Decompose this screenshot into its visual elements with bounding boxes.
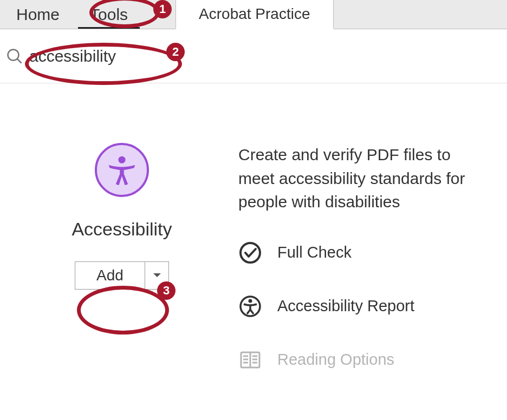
tool-description: Create and verify PDF files to meet acce… xyxy=(238,143,485,214)
svg-point-2 xyxy=(118,156,125,163)
add-dropdown[interactable] xyxy=(145,261,169,290)
svg-point-5 xyxy=(249,299,252,303)
tab-document-label: Acrobat Practice xyxy=(199,5,310,23)
main-content: Accessibility Add Create and verify PDF … xyxy=(0,83,507,402)
tab-bar: Home Tools Acrobat Practice xyxy=(0,0,507,29)
add-button[interactable]: Add xyxy=(75,261,145,290)
svg-line-1 xyxy=(17,59,22,63)
tab-tools-label: Tools xyxy=(90,5,128,24)
tab-document[interactable]: Acrobat Practice xyxy=(176,0,333,29)
svg-point-0 xyxy=(8,49,19,60)
add-button-label: Add xyxy=(96,267,123,284)
feature-full-check[interactable]: Full Check xyxy=(238,241,485,265)
tab-home-label: Home xyxy=(16,5,60,24)
person-circle-icon xyxy=(238,294,262,318)
add-button-group: Add xyxy=(75,261,169,290)
tool-details: Create and verify PDF files to meet acce… xyxy=(222,143,485,402)
search-row xyxy=(0,29,507,83)
search-icon xyxy=(6,48,23,64)
tab-spacer xyxy=(143,0,176,29)
feature-full-check-label: Full Check xyxy=(277,244,352,261)
book-open-icon xyxy=(238,348,262,372)
tab-tools[interactable]: Tools xyxy=(75,0,143,29)
feature-report-label: Accessibility Report xyxy=(277,297,414,315)
check-circle-icon xyxy=(238,241,262,265)
tool-title: Accessibility xyxy=(72,219,172,240)
svg-line-8 xyxy=(250,310,253,314)
feature-reading-options[interactable]: Reading Options xyxy=(238,348,485,372)
tool-card-accessibility: Accessibility Add xyxy=(22,143,222,402)
search-input[interactable] xyxy=(28,47,191,66)
feature-reading-label: Reading Options xyxy=(277,351,394,369)
chevron-down-icon xyxy=(153,271,161,280)
accessibility-icon xyxy=(95,143,149,197)
tab-home[interactable]: Home xyxy=(0,0,75,29)
feature-accessibility-report[interactable]: Accessibility Report xyxy=(238,294,485,318)
svg-point-3 xyxy=(240,243,260,262)
